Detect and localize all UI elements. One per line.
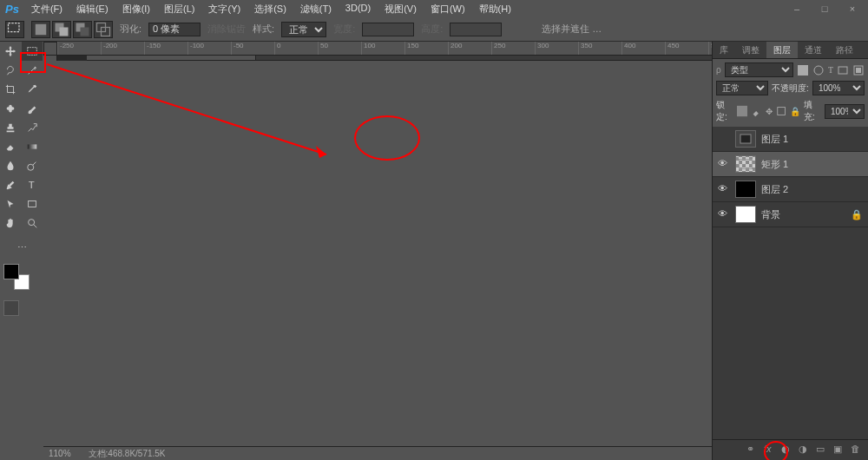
lock-paint-icon[interactable]	[751, 105, 761, 117]
doc-info[interactable]: 文档:468.8K/571.5K	[89, 448, 166, 460]
filter-pixel-icon[interactable]	[797, 64, 809, 76]
color-swatch[interactable]	[3, 264, 30, 290]
brush-tool[interactable]	[22, 99, 43, 118]
intersect-selection-icon[interactable]	[94, 21, 113, 38]
menu-select[interactable]: 选择(S)	[249, 1, 292, 17]
lasso-tool[interactable]	[0, 61, 21, 80]
delete-layer-icon[interactable]: 🗑	[851, 444, 865, 457]
lock-position-icon[interactable]: ✥	[766, 107, 773, 116]
lock-transparency-icon[interactable]	[737, 105, 747, 117]
tab-paths[interactable]: 路径	[829, 42, 860, 58]
adjustment-layer-icon[interactable]: ◑	[799, 444, 812, 457]
eyedropper-tool[interactable]	[22, 80, 43, 99]
dodge-tool[interactable]	[22, 156, 43, 175]
svg-line-25	[47, 64, 326, 154]
minimize-button[interactable]: –	[786, 3, 807, 14]
menu-window[interactable]: 窗口(W)	[425, 1, 470, 17]
gradient-tool[interactable]	[22, 137, 43, 156]
menu-file[interactable]: 文件(F)	[26, 1, 68, 17]
fill-input[interactable]: 100%	[825, 104, 865, 119]
group-icon[interactable]: ▭	[816, 444, 830, 457]
link-layers-icon[interactable]: ⚭	[746, 444, 760, 457]
layer-thumbnail[interactable]	[735, 206, 756, 223]
feather-input[interactable]	[148, 23, 201, 36]
move-tool[interactable]	[0, 42, 21, 61]
antialias-label: 消除锯齿	[207, 23, 246, 36]
menu-edit[interactable]: 编辑(E)	[71, 1, 114, 17]
svg-rect-15	[29, 201, 36, 207]
layer-item[interactable]: 图层 1	[713, 127, 868, 152]
layer-name[interactable]: 背景	[761, 208, 780, 221]
pen-tool[interactable]	[0, 175, 21, 194]
tab-layers[interactable]: 图层	[766, 42, 798, 58]
healing-tool[interactable]	[0, 99, 21, 118]
path-select-tool[interactable]	[0, 194, 21, 214]
menu-3d[interactable]: 3D(D)	[340, 1, 376, 17]
menu-view[interactable]: 视图(V)	[379, 1, 422, 17]
layer-mask-icon[interactable]: ◐	[781, 444, 795, 457]
select-mask-button[interactable]: 选择并遮住 …	[542, 23, 602, 36]
visibility-toggle[interactable]: 👁	[718, 158, 730, 170]
menu-type[interactable]: 文字(Y)	[203, 1, 246, 17]
filter-smart-icon[interactable]	[852, 64, 865, 76]
svg-rect-5	[81, 27, 89, 36]
filter-kind-select[interactable]: 类型	[725, 62, 793, 77]
new-layer-icon[interactable]: ▣	[833, 444, 847, 457]
layer-item[interactable]: 👁 图层 2	[713, 177, 868, 202]
tab-adjustments[interactable]: 调整	[735, 42, 766, 58]
history-brush-tool[interactable]	[22, 118, 43, 137]
stamp-tool[interactable]	[0, 118, 21, 137]
filter-type-icon[interactable]: T	[828, 65, 833, 75]
blend-mode-select[interactable]: 正常	[716, 81, 768, 95]
opacity-input[interactable]: 100%	[812, 81, 865, 95]
layer-name[interactable]: 图层 1	[761, 133, 788, 146]
more-tools[interactable]: ⋯	[0, 238, 43, 257]
visibility-toggle[interactable]: 👁	[718, 183, 730, 195]
svg-rect-1	[36, 23, 47, 35]
visibility-toggle[interactable]	[718, 133, 730, 145]
type-tool[interactable]: T	[22, 175, 43, 194]
options-bar: 羽化: 消除锯齿 样式: 正常 宽度: 高度: 选择并遮住 …	[0, 17, 868, 42]
layer-name[interactable]: 图层 2	[761, 183, 788, 196]
ruler-origin[interactable]	[43, 42, 57, 56]
filter-shape-icon[interactable]	[837, 64, 849, 76]
menu-layer[interactable]: 图层(L)	[159, 1, 200, 17]
crop-tool[interactable]	[0, 80, 21, 99]
filter-adjust-icon[interactable]	[812, 64, 825, 76]
menu-help[interactable]: 帮助(H)	[474, 1, 516, 17]
rectangle-tool[interactable]	[22, 194, 43, 214]
blur-tool[interactable]	[0, 156, 21, 175]
lock-all-icon[interactable]: 🔒	[790, 107, 800, 116]
lock-artboard-icon[interactable]	[776, 105, 786, 117]
layer-item[interactable]: 👁 背景 🔒	[713, 202, 868, 227]
zoom-tool[interactable]	[22, 214, 43, 233]
close-button[interactable]: ×	[842, 3, 863, 14]
tab-library[interactable]: 库	[713, 42, 735, 58]
magic-wand-tool[interactable]	[22, 61, 43, 80]
layer-thumbnail[interactable]	[735, 155, 756, 173]
foreground-color[interactable]	[3, 264, 19, 279]
app-logo: Ps	[5, 3, 19, 16]
tab-channels[interactable]: 通道	[798, 42, 829, 58]
add-selection-icon[interactable]	[52, 21, 71, 38]
layer-fx-icon[interactable]: fx	[764, 444, 778, 457]
tool-preset-icon[interactable]	[5, 21, 24, 38]
menu-image[interactable]: 图像(I)	[117, 1, 155, 17]
subtract-selection-icon[interactable]	[73, 21, 92, 38]
eraser-tool[interactable]	[0, 137, 21, 156]
maximize-button[interactable]: □	[814, 3, 835, 14]
hand-tool[interactable]	[0, 214, 21, 233]
quick-mask[interactable]	[3, 300, 19, 316]
new-selection-icon[interactable]	[31, 21, 50, 38]
visibility-toggle[interactable]: 👁	[718, 208, 730, 220]
layer-item[interactable]: 👁 矩形 1	[713, 152, 868, 177]
layer-thumbnail[interactable]	[735, 130, 756, 148]
zoom-level[interactable]: 110%	[49, 449, 71, 458]
style-select[interactable]: 正常	[281, 22, 326, 37]
toolbox: T ⋯	[0, 42, 43, 460]
layer-thumbnail[interactable]	[735, 181, 756, 198]
vertical-ruler[interactable]	[43, 56, 57, 61]
marquee-tool[interactable]	[22, 42, 43, 61]
layer-name[interactable]: 矩形 1	[761, 158, 788, 171]
menu-filter[interactable]: 滤镜(T)	[295, 1, 337, 17]
